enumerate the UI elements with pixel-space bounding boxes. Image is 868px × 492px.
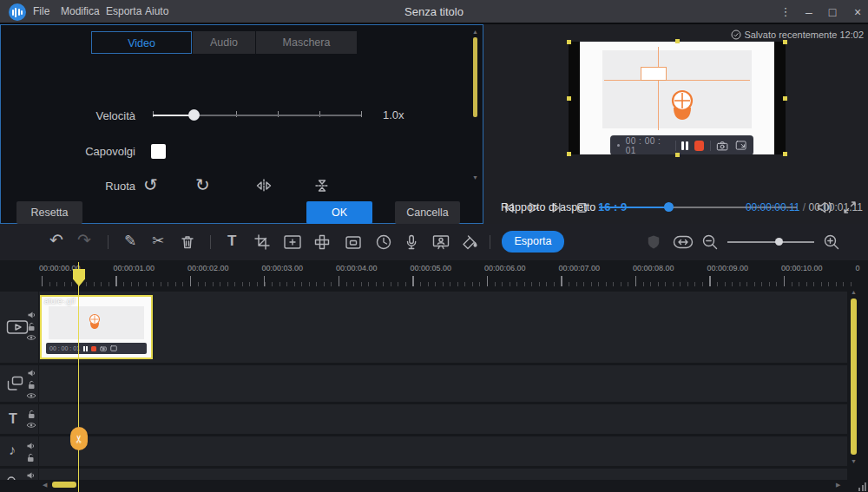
- maximize-button[interactable]: □: [822, 3, 843, 22]
- delete-trash-icon[interactable]: [179, 233, 196, 251]
- timeline-clip[interactable]: ature-.gif 00 : 00 : 01: [40, 295, 153, 359]
- ruler-ticks[interactable]: [42, 276, 858, 286]
- resize-grip-icon[interactable]: [858, 482, 866, 491]
- track-visibility-icon[interactable]: [26, 392, 36, 399]
- timeline-scroll-right-icon[interactable]: ▶: [836, 482, 840, 489]
- total-time: 00:00:01.11: [808, 201, 863, 213]
- preview-panel: Salvato recentemente 12:02 00 : 00 : 01: [483, 24, 868, 224]
- current-time: 00:00:00.11: [746, 201, 800, 213]
- aspect-ratio-value[interactable]: 16 : 9: [598, 200, 627, 213]
- rotate-cw-icon[interactable]: ↻: [195, 176, 210, 194]
- selection-box: [641, 67, 667, 81]
- transform-handle[interactable]: [675, 153, 680, 157]
- track-visibility-icon[interactable]: [26, 334, 36, 341]
- rotate-label: Ruota: [49, 180, 135, 193]
- paint-bucket-icon[interactable]: [461, 233, 480, 251]
- ruler-label: 00:00:03.00: [262, 264, 304, 272]
- crosshair-horizontal: [604, 80, 750, 81]
- track-mute-icon[interactable]: [27, 311, 36, 319]
- presenter-screen-icon[interactable]: [431, 233, 450, 251]
- speed-slider-handle[interactable]: [188, 109, 200, 121]
- minimize-button[interactable]: –: [799, 3, 819, 22]
- clip-screen-icon: [110, 345, 117, 351]
- recording-bar: 00 : 00 : 01: [610, 135, 753, 154]
- playhead-split-marker[interactable]: ✂: [70, 427, 88, 450]
- flip-vertical-icon[interactable]: [313, 178, 331, 194]
- camera-icon[interactable]: [716, 140, 728, 152]
- fit-to-width-icon[interactable]: [673, 235, 694, 249]
- timeline-vertical-scrollbar[interactable]: [851, 298, 857, 455]
- ruler-label: 00:00:10.00: [781, 264, 823, 272]
- transform-handle[interactable]: [567, 152, 571, 156]
- close-button[interactable]: ×: [847, 3, 868, 22]
- more-options-icon[interactable]: ⋮: [775, 3, 796, 22]
- video-editor-window: File Modifica Esporta Aiuto Senza titolo…: [0, 0, 868, 492]
- overlay-track-icon: [6, 376, 23, 391]
- ruler-label: 00:00:09.00: [707, 264, 749, 272]
- track-mute-icon[interactable]: [26, 442, 35, 450]
- flip-horizontal-icon[interactable]: [255, 179, 273, 193]
- panel-scroll-down-icon[interactable]: ▼: [472, 174, 478, 181]
- playhead-line[interactable]: [78, 262, 79, 492]
- transform-handle[interactable]: [675, 39, 680, 43]
- timeline-zoom-slider[interactable]: [727, 241, 814, 243]
- overlay-track: [0, 365, 847, 402]
- mosaic-icon[interactable]: [313, 233, 331, 251]
- zoom-out-icon[interactable]: [701, 233, 719, 251]
- timeline-scroll-down-icon[interactable]: ▼: [851, 458, 857, 465]
- aspect-ratio-label: Rapporto di aspetto: [501, 201, 595, 213]
- track-lock-icon[interactable]: [27, 410, 36, 419]
- overlay-pip-icon[interactable]: [345, 234, 362, 251]
- timeline-scroll-up-icon[interactable]: ▲: [851, 289, 857, 296]
- clip-name: ature-.gif: [44, 297, 76, 305]
- edit-pencil-icon[interactable]: ✎: [124, 233, 136, 250]
- ruler-label: 00:00:01.00: [114, 264, 155, 272]
- track-mute-icon[interactable]: [26, 471, 35, 480]
- track-lock-icon[interactable]: [27, 322, 36, 331]
- panel-scroll-up-icon[interactable]: ▲: [472, 29, 478, 36]
- zoom-in-icon[interactable]: [823, 233, 840, 251]
- bucket-target-icon: [667, 87, 698, 123]
- reset-button[interactable]: Resetta: [16, 201, 82, 224]
- track-visibility-icon[interactable]: [26, 422, 36, 429]
- flip-label: Capovolgi: [49, 145, 135, 158]
- flip-checkbox[interactable]: [151, 144, 166, 159]
- transform-handle[interactable]: [783, 40, 787, 44]
- music-track: ♪: [0, 436, 847, 466]
- panel-scrollbar[interactable]: [473, 37, 477, 117]
- record-stop-icon[interactable]: [694, 141, 704, 151]
- duration-clock-icon[interactable]: [375, 233, 392, 251]
- ruler-label: 00:00:05.00: [411, 264, 452, 272]
- zoom-frame-icon[interactable]: [283, 234, 302, 250]
- split-scissors-icon[interactable]: ✂: [152, 233, 164, 250]
- microphone-icon[interactable]: [403, 233, 420, 251]
- track-mute-icon[interactable]: [27, 369, 36, 377]
- redo-icon[interactable]: ↷: [77, 232, 91, 249]
- timeline-horizontal-scrollbar[interactable]: [52, 482, 76, 488]
- tab-video[interactable]: Video: [91, 31, 192, 54]
- clip-bucket-icon: [87, 312, 102, 331]
- ok-button[interactable]: OK: [306, 201, 372, 224]
- transform-handle[interactable]: [567, 40, 571, 44]
- screen-capture-icon[interactable]: [735, 140, 746, 151]
- playback-slider-handle[interactable]: [664, 202, 674, 212]
- export-button[interactable]: Esporta: [502, 231, 564, 253]
- transform-handle[interactable]: [783, 96, 787, 101]
- timecode: 00:00:00.11 / 00:00:01.11: [746, 201, 863, 213]
- transform-handle[interactable]: [783, 152, 787, 156]
- timeline-zoom-handle[interactable]: [775, 238, 783, 246]
- tab-maschera[interactable]: Maschera: [256, 31, 357, 54]
- timeline-scroll-left-icon[interactable]: ◀: [43, 482, 47, 489]
- transform-handle[interactable]: [567, 96, 571, 101]
- track-lock-icon[interactable]: [26, 453, 35, 462]
- preview-frame[interactable]: 00 : 00 : 01: [569, 42, 786, 154]
- track-lock-icon[interactable]: [27, 380, 36, 390]
- ruler-label: 00:00:04.00: [336, 264, 378, 272]
- text-tool-icon[interactable]: T: [227, 233, 236, 250]
- undo-icon[interactable]: ↶: [49, 232, 63, 249]
- pause-icon[interactable]: [681, 141, 688, 150]
- rotate-ccw-icon[interactable]: ↺: [143, 176, 158, 194]
- crop-icon[interactable]: [253, 233, 271, 251]
- cancel-button[interactable]: Cancella: [395, 201, 460, 224]
- tab-audio[interactable]: Audio: [193, 31, 255, 54]
